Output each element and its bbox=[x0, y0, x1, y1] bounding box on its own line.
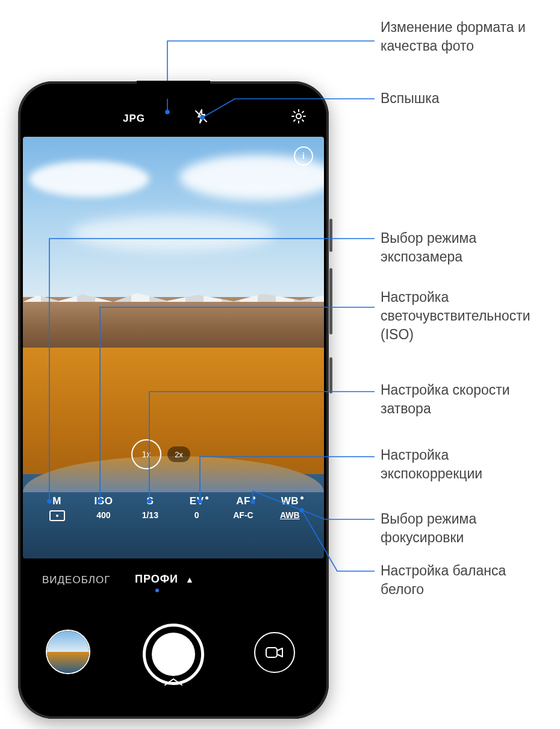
photo-format-button[interactable]: JPG bbox=[123, 113, 145, 125]
phone-frame: JPG i 1x 2x M ISO 400 bbox=[18, 81, 329, 719]
param-iso-value: 400 bbox=[96, 510, 110, 520]
callout-flash: Вспышка bbox=[381, 89, 440, 108]
callout-format: Изменение формата и качества фото bbox=[381, 18, 549, 55]
side-button bbox=[329, 219, 332, 252]
callout-wb: Настройка баланса белого bbox=[381, 562, 549, 599]
param-af-value: AF-C bbox=[233, 510, 253, 520]
side-button bbox=[329, 268, 332, 334]
mode-indicator-dot bbox=[155, 589, 159, 592]
chevron-up-icon[interactable] bbox=[161, 677, 185, 690]
param-shutter-label: S bbox=[146, 495, 154, 507]
mode-videoblog[interactable]: ВИДЕОБЛОГ bbox=[42, 574, 110, 586]
gear-icon[interactable] bbox=[290, 108, 307, 125]
svg-rect-2 bbox=[266, 648, 277, 657]
camera-top-bar: JPG bbox=[18, 99, 329, 132]
zoom-controls: 1x 2x bbox=[131, 439, 190, 469]
zoom-1x-button[interactable]: 1x bbox=[131, 439, 161, 469]
param-iso[interactable]: ISO 400 bbox=[88, 495, 119, 521]
param-metering[interactable]: M bbox=[42, 495, 73, 521]
param-ev-label: EV bbox=[190, 495, 204, 507]
camera-bottom-controls bbox=[18, 605, 329, 696]
video-mode-button[interactable] bbox=[254, 632, 295, 673]
param-shutter[interactable]: S 1/13 bbox=[134, 495, 166, 521]
side-button bbox=[329, 357, 332, 393]
param-wb-value: AWB bbox=[280, 510, 300, 520]
callout-af: Выбор режима фокусировки bbox=[381, 510, 549, 547]
param-ev[interactable]: EV 0 bbox=[181, 495, 213, 521]
callout-shutter: Настройка скорости затвора bbox=[381, 381, 549, 418]
callout-ev: Настройка экспокоррекции bbox=[381, 446, 549, 483]
param-shutter-value: 1/13 bbox=[142, 510, 158, 520]
phone-notch bbox=[137, 81, 210, 99]
shutter-button[interactable] bbox=[143, 624, 204, 685]
param-wb[interactable]: WB AWB bbox=[274, 495, 305, 521]
param-af-label: AF bbox=[236, 495, 250, 507]
param-metering-label: M bbox=[52, 495, 61, 507]
camera-mode-selector: ВИДЕОБЛОГ ПРОФИ ▲ bbox=[18, 569, 329, 593]
svg-point-1 bbox=[296, 114, 301, 119]
param-ev-value: 0 bbox=[194, 510, 199, 520]
param-iso-label: ISO bbox=[95, 495, 113, 507]
info-icon[interactable]: i bbox=[294, 146, 313, 166]
camera-viewfinder[interactable]: i 1x 2x M ISO 400 S 1/13 EV 0 bbox=[23, 137, 324, 558]
mode-pro-label: ПРОФИ bbox=[135, 573, 178, 585]
mode-pro[interactable]: ПРОФИ ▲ bbox=[135, 573, 194, 586]
gallery-thumbnail[interactable] bbox=[46, 630, 90, 674]
callout-iso: Настройка светочувствительности (ISO) bbox=[381, 288, 555, 344]
chevron-up-icon: ▲ bbox=[185, 575, 194, 584]
preview-sky bbox=[23, 137, 324, 322]
pro-parameters-row: M ISO 400 S 1/13 EV 0 AF AF-C WB AWB bbox=[23, 495, 324, 521]
param-af[interactable]: AF AF-C bbox=[228, 495, 259, 521]
flash-off-icon[interactable] bbox=[193, 108, 210, 125]
param-wb-label: WB bbox=[281, 495, 299, 507]
zoom-2x-button[interactable]: 2x bbox=[167, 446, 190, 462]
callout-metering: Выбор режима экспозамера bbox=[381, 229, 549, 266]
metering-matrix-icon bbox=[49, 510, 65, 521]
